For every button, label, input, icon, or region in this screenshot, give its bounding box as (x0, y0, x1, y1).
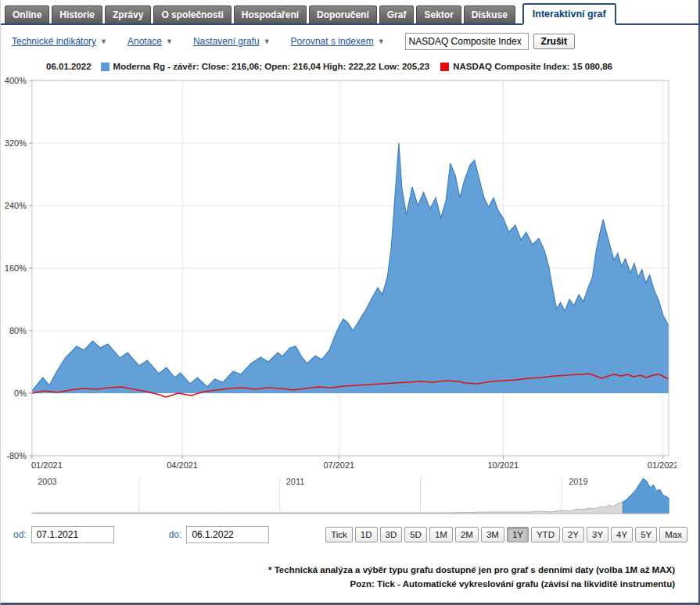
x-axis-label: 01/2022 (648, 460, 677, 470)
toolbar-link-nastaveni-grafu[interactable]: Nastavení grafu (193, 36, 260, 47)
tab-strip: OnlineHistorieZprávyO společnostiHospoda… (1, 0, 698, 25)
navigator-history-series (32, 502, 623, 514)
toolbar-link-wrap: Porovnat s indexem▼ (291, 36, 385, 47)
y-axis-label: 160% (5, 263, 27, 273)
tab-doporuceni[interactable]: Doporučení (309, 5, 377, 23)
navigator-year-label: 2003 (38, 477, 56, 486)
range-buttons: Tick1D3D5D1M2M3M1YYTD2Y3Y4Y5YMax (325, 527, 687, 542)
cancel-button[interactable]: Zrušit (533, 34, 575, 49)
from-label: od: (13, 529, 27, 540)
y-axis-label: 80% (9, 326, 27, 335)
tab-historie[interactable]: Historie (52, 5, 102, 23)
legend-item-label: NASDAQ Composite Index: 15 080,86 (453, 62, 612, 71)
range-button-1d[interactable]: 1D (355, 527, 378, 542)
legend-date: 06.01.2022 (46, 62, 92, 71)
tab-hospodareni[interactable]: Hospodaření (234, 5, 307, 23)
to-date-input[interactable] (186, 526, 269, 543)
chevron-down-icon: ▼ (166, 38, 173, 45)
range-button-max[interactable]: Max (659, 527, 687, 542)
legend-item[interactable]: NASDAQ Composite Index: 15 080,86 (440, 62, 612, 71)
axis-labels: 400%320%240%160%80%0%-80%01/202104/20210… (5, 76, 677, 470)
range-button-3d[interactable]: 3D (380, 527, 403, 542)
range-button-4y[interactable]: 4Y (611, 527, 633, 542)
gridlines (32, 81, 669, 456)
chevron-down-icon: ▼ (264, 38, 271, 45)
main-chart[interactable]: 400%320%240%160%80%0%-80%01/202104/20210… (2, 74, 677, 471)
navigator-area: 200320112019 (1, 471, 698, 520)
toolbar-link-wrap: Nastavení grafu▼ (193, 36, 271, 47)
y-axis-label: 400% (5, 76, 27, 85)
navigator-year-label: 2011 (286, 477, 305, 486)
tab-sektor[interactable]: Sektor (416, 5, 461, 23)
legend-item[interactable]: Moderna Rg - závěr: Close: 216,06; Open:… (101, 62, 430, 71)
tab-online[interactable]: Online (5, 5, 49, 23)
main-chart-area: 400%320%240%160%80%0%-80%01/202104/20210… (1, 73, 698, 471)
from-date-input[interactable] (31, 526, 114, 543)
legend-swatch-icon (101, 63, 109, 71)
range-button-2y[interactable]: 2Y (562, 527, 584, 542)
page: OnlineHistorieZprávyO společnostiHospoda… (0, 0, 700, 605)
range-button-2m[interactable]: 2M (455, 527, 479, 542)
toolbar-link-porovnat-s-indexem[interactable]: Porovnat s indexem (291, 36, 374, 47)
y-axis-label: 240% (5, 201, 27, 210)
x-axis-label: 04/2021 (167, 460, 198, 470)
footnote-line-1: * Technická analýza a výběr typu grafu d… (1, 564, 675, 578)
range-button-5y[interactable]: 5Y (635, 527, 657, 542)
compare-index-input[interactable] (405, 33, 529, 50)
navigator-chart[interactable]: 200320112019 (2, 474, 677, 520)
navigator-year-label: 2019 (569, 477, 587, 486)
tab-interaktivni-graf[interactable]: Interaktivní graf (522, 3, 616, 25)
to-label: do: (169, 529, 182, 540)
legend-item-label: Moderna Rg - závěr: Close: 216,06; Open:… (113, 62, 430, 71)
navigator-selection-series[interactable] (623, 478, 669, 514)
range-button-3m[interactable]: 3M (481, 527, 504, 542)
footnote-line-2: Pozn: Tick - Automatické vykreslování gr… (1, 578, 675, 592)
range-controls: od: do: Tick1D3D5D1M2M3M1YYTD2Y3Y4Y5YMax (1, 520, 698, 545)
tab-diskuse[interactable]: Diskuse (464, 5, 515, 23)
toolbar-link-technicke-indikatory[interactable]: Technické indikátory (12, 36, 96, 47)
tab-graf[interactable]: Graf (379, 5, 415, 23)
chart-toolbar: Technické indikátory▼Anotace▼Nastavení g… (1, 25, 698, 55)
y-axis-label: 320% (5, 138, 27, 148)
legend-swatch-icon (440, 63, 449, 71)
range-button-ytd[interactable]: YTD (531, 527, 560, 542)
x-axis-label: 07/2021 (323, 460, 354, 470)
range-button-1y[interactable]: 1Y (507, 527, 529, 542)
y-axis-label: -80% (6, 451, 27, 460)
range-button-1m[interactable]: 1M (429, 527, 453, 542)
legend-items: Moderna Rg - závěr: Close: 216,06; Open:… (101, 62, 623, 71)
range-button-tick[interactable]: Tick (325, 527, 353, 542)
chevron-down-icon: ▼ (100, 38, 107, 45)
x-axis-label: 01/2021 (31, 460, 63, 470)
range-button-5d[interactable]: 5D (404, 527, 427, 542)
footnotes: * Technická analýza a výběr typu grafu d… (1, 545, 698, 592)
range-button-3y[interactable]: 3Y (587, 527, 608, 542)
tab-o-spolecnosti[interactable]: O společnosti (153, 5, 231, 23)
toolbar-link-anotace[interactable]: Anotace (127, 36, 162, 47)
chevron-down-icon: ▼ (378, 38, 385, 45)
toolbar-links: Technické indikátory▼Anotace▼Nastavení g… (12, 36, 405, 47)
chart-legend: 06.01.2022 Moderna Rg - závěr: Close: 21… (1, 55, 698, 73)
tab-zpravy[interactable]: Zprávy (105, 5, 151, 23)
x-axis-label: 10/2021 (487, 460, 519, 470)
toolbar-link-wrap: Anotace▼ (127, 36, 173, 47)
y-axis-label: 0% (14, 388, 27, 398)
toolbar-link-wrap: Technické indikátory▼ (12, 36, 107, 47)
